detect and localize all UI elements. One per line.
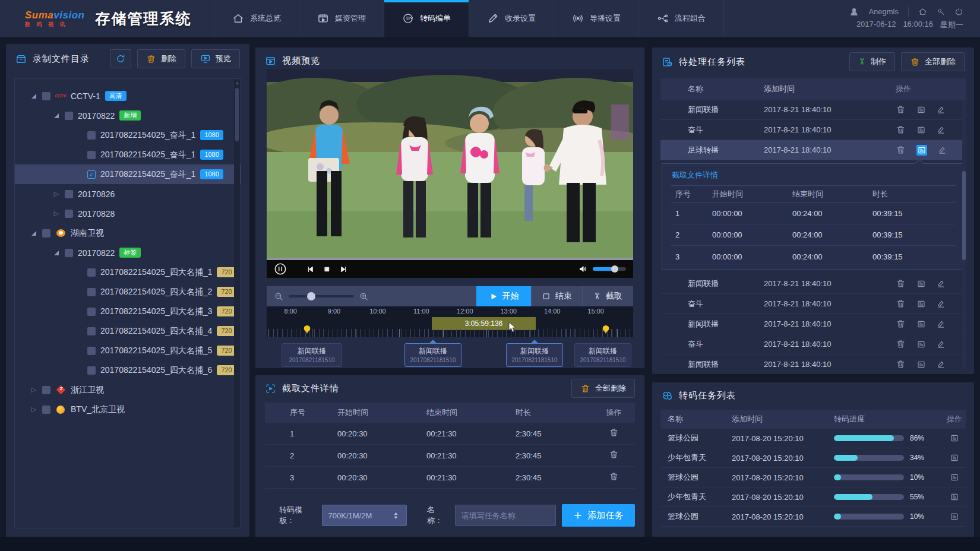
detail-list-icon[interactable] bbox=[916, 319, 926, 329]
pending-task-row[interactable]: 新闻联播2017-8-21 18:40:10 bbox=[660, 314, 966, 334]
tree-scrollbar[interactable]: ▲ bbox=[234, 80, 240, 527]
task-name-input[interactable] bbox=[455, 505, 556, 526]
expand-icon[interactable]: ▷ bbox=[30, 406, 37, 413]
expand-icon[interactable]: ▷ bbox=[53, 190, 60, 198]
collapse-icon[interactable] bbox=[30, 231, 37, 236]
detail-list-icon[interactable] bbox=[916, 279, 926, 289]
delete-task-icon[interactable] bbox=[896, 299, 906, 309]
tree-checkbox[interactable] bbox=[87, 327, 96, 335]
tree-checkbox[interactable] bbox=[65, 249, 73, 257]
tree-checkbox[interactable] bbox=[87, 308, 96, 316]
detail-list-icon[interactable] bbox=[950, 453, 959, 463]
tree-checkbox[interactable] bbox=[65, 112, 73, 120]
expand-icon[interactable]: ▷ bbox=[53, 210, 60, 217]
tree-checkbox[interactable] bbox=[65, 190, 73, 198]
volume-slider[interactable] bbox=[593, 267, 626, 271]
tree-item[interactable]: 20170822154025_四大名捕_5720 bbox=[15, 341, 241, 360]
timeline-zoom-slider[interactable] bbox=[289, 295, 354, 297]
zoom-out-icon[interactable] bbox=[274, 292, 284, 302]
cut-button[interactable]: ✂截取 bbox=[582, 286, 633, 306]
delete-task-icon[interactable] bbox=[896, 339, 906, 349]
tree-checkbox[interactable] bbox=[87, 268, 96, 277]
stop-button[interactable] bbox=[323, 265, 331, 273]
tree-checkbox[interactable] bbox=[42, 406, 50, 414]
tree-item[interactable]: ▷20170826 bbox=[15, 184, 241, 204]
tree-item[interactable]: ✓20170822154025_奋斗_11080 bbox=[15, 164, 241, 184]
password-key-icon[interactable] bbox=[937, 8, 945, 16]
pending-task-row[interactable]: 奋斗2017-8-21 18:40:10 bbox=[660, 120, 966, 140]
edit-task-icon[interactable] bbox=[937, 360, 946, 369]
refresh-button[interactable] bbox=[110, 49, 131, 68]
delete-button[interactable]: 删除 bbox=[137, 49, 185, 68]
pending-task-row[interactable]: 新闻联播2017-8-21 18:40:10 bbox=[660, 354, 966, 369]
pending-task-row[interactable]: 奋斗2017-8-21 18:40:10 bbox=[660, 334, 966, 354]
tree-item[interactable]: 20170822标签 bbox=[15, 243, 241, 262]
collapse-icon[interactable] bbox=[53, 251, 60, 255]
detail-list-icon[interactable] bbox=[916, 299, 926, 309]
nav-tab-transcode[interactable]: 转码编单 bbox=[384, 0, 469, 37]
edit-task-icon[interactable] bbox=[937, 279, 946, 288]
tree-item[interactable]: 20170822154025_四大名捕_2720 bbox=[15, 282, 241, 302]
nav-tab-film[interactable]: 媒资管理 bbox=[299, 0, 384, 37]
logout-power-icon[interactable] bbox=[954, 7, 963, 16]
pending-task-row[interactable]: 新闻联播2017-8-21 18:40:10 bbox=[660, 100, 966, 120]
delete-task-icon[interactable] bbox=[896, 104, 906, 115]
detail-list-icon[interactable] bbox=[950, 473, 959, 482]
tree-item[interactable]: 20170822154025_四大名捕_3720 bbox=[15, 302, 241, 321]
collapse-icon[interactable] bbox=[53, 113, 60, 118]
tree-item[interactable]: 20170822154025_四大名捕_6720 bbox=[15, 360, 241, 380]
tree-item[interactable]: CCTVCCTV-1高清 bbox=[15, 86, 241, 106]
zoom-in-icon[interactable] bbox=[359, 292, 369, 302]
tree-checkbox[interactable] bbox=[87, 366, 96, 375]
timeline-ruler[interactable]: 8:009:0010:0011:0012:0013:0014:0015:00 3… bbox=[267, 306, 633, 337]
detail-list-icon[interactable] bbox=[950, 492, 959, 502]
start-button[interactable]: 开始 bbox=[476, 286, 531, 306]
make-button[interactable]: ✂制作 bbox=[849, 52, 895, 71]
timeline-pin[interactable] bbox=[304, 325, 310, 336]
tree-checkbox[interactable] bbox=[65, 210, 73, 218]
delete-task-icon[interactable] bbox=[896, 125, 906, 135]
delete-task-icon[interactable] bbox=[896, 359, 906, 369]
pending-task-row[interactable]: 奋斗2017-8-21 18:40:10 bbox=[660, 294, 966, 314]
scroll-up-icon[interactable]: ▲ bbox=[235, 81, 239, 85]
volume-icon[interactable] bbox=[578, 264, 588, 274]
end-button[interactable]: 结束 bbox=[531, 286, 582, 306]
detail-list-icon[interactable] bbox=[950, 433, 959, 443]
pending-task-row[interactable]: 足球转播2017-8-21 18:40:10 bbox=[660, 140, 966, 160]
video-player[interactable] bbox=[267, 69, 633, 278]
detail-list-icon[interactable] bbox=[916, 340, 926, 349]
edit-task-icon[interactable] bbox=[938, 145, 947, 154]
delete-row-icon[interactable] bbox=[609, 449, 619, 460]
tree-checkbox[interactable] bbox=[42, 386, 50, 394]
tree-checkbox[interactable] bbox=[87, 151, 96, 159]
tree-checkbox[interactable] bbox=[42, 92, 50, 100]
timeline-pin[interactable] bbox=[602, 325, 609, 336]
collapse-icon[interactable] bbox=[30, 94, 37, 99]
tree-checkbox[interactable] bbox=[87, 131, 96, 140]
detail-list-icon[interactable] bbox=[916, 105, 926, 115]
edit-task-icon[interactable] bbox=[937, 340, 946, 349]
timeline-selection[interactable]: 3:05:59:136 bbox=[432, 317, 536, 330]
tree-checkbox[interactable] bbox=[42, 229, 50, 238]
delete-row-icon[interactable] bbox=[609, 428, 619, 438]
tree-item[interactable]: 20170822154025_四大名捕_1720 bbox=[15, 262, 241, 282]
delete-task-icon[interactable] bbox=[896, 145, 906, 155]
nav-tab-broadcast[interactable]: 导播设置 bbox=[554, 0, 638, 37]
next-button[interactable] bbox=[339, 265, 348, 274]
tree-item[interactable]: 20170822154025_奋斗_11080 bbox=[15, 125, 241, 145]
program-block[interactable]: 新闻联播20170821181510 bbox=[282, 343, 342, 367]
edit-task-icon[interactable] bbox=[937, 319, 946, 328]
tree-item[interactable]: 20170822新增 bbox=[15, 106, 241, 125]
tree-item[interactable]: ▷浙江卫视 bbox=[15, 380, 241, 400]
nav-tab-pencil[interactable]: 收录设置 bbox=[469, 0, 554, 37]
tree-checkbox[interactable] bbox=[87, 347, 96, 355]
delete-all-button[interactable]: 全部删除 bbox=[571, 379, 635, 398]
program-block[interactable]: 新闻联播20170821181510 bbox=[404, 343, 461, 367]
program-block[interactable]: 新闻联播20170821181510 bbox=[506, 343, 563, 367]
pending-task-row[interactable]: 新闻联播2017-8-21 18:40:10 bbox=[660, 274, 966, 294]
tree-item[interactable]: 湖南卫视 bbox=[15, 223, 241, 243]
edit-task-icon[interactable] bbox=[937, 125, 946, 134]
program-block[interactable]: 新闻联播20170821181510 bbox=[574, 343, 631, 367]
detail-list-icon[interactable] bbox=[916, 360, 926, 369]
preview-button[interactable]: 预览 bbox=[191, 49, 240, 68]
